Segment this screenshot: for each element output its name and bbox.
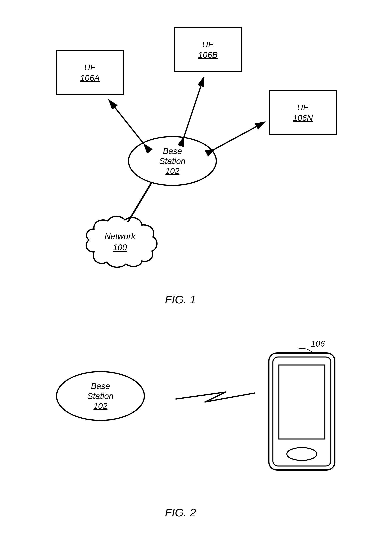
network-label: Network bbox=[104, 232, 135, 241]
ue-106n-box: UE 106N bbox=[269, 90, 337, 135]
ue-106b-ref: 106B bbox=[198, 50, 218, 60]
phone-ref-label: 106 bbox=[311, 339, 325, 349]
svg-line-2 bbox=[215, 122, 265, 149]
fig1-caption: FIG. 1 bbox=[165, 293, 196, 306]
base-station-fig2: Base Station 102 bbox=[56, 371, 145, 421]
svg-point-7 bbox=[287, 448, 317, 460]
ue-106n-label: UE bbox=[297, 102, 309, 113]
base-station-fig1: Base Station 102 bbox=[128, 136, 217, 186]
ue-106a-label: UE bbox=[84, 62, 96, 73]
network-ref: 100 bbox=[113, 243, 127, 252]
ue-106b-box: UE 106B bbox=[174, 27, 242, 72]
network-cloud-text: Network 100 bbox=[102, 231, 138, 253]
base-station-fig2-label2: Station bbox=[87, 391, 114, 401]
base-station-fig1-label2: Station bbox=[159, 156, 185, 166]
diagram-canvas: UE 106A UE 106B UE 106N Base Station 102… bbox=[0, 0, 392, 540]
phone-device bbox=[268, 352, 336, 471]
ue-106b-label: UE bbox=[202, 39, 214, 50]
svg-line-1 bbox=[184, 77, 204, 137]
svg-line-0 bbox=[109, 100, 144, 144]
ue-106n-ref: 106N bbox=[293, 113, 313, 123]
fig2-caption: FIG. 2 bbox=[165, 506, 196, 519]
svg-rect-6 bbox=[279, 365, 325, 439]
base-station-fig2-label1: Base bbox=[91, 381, 110, 391]
ue-106a-box: UE 106A bbox=[56, 50, 124, 95]
base-station-fig1-ref: 102 bbox=[165, 166, 179, 176]
base-station-fig1-label1: Base bbox=[163, 146, 182, 156]
base-station-fig2-ref: 102 bbox=[93, 401, 107, 411]
ue-106a-ref: 106A bbox=[80, 73, 100, 83]
